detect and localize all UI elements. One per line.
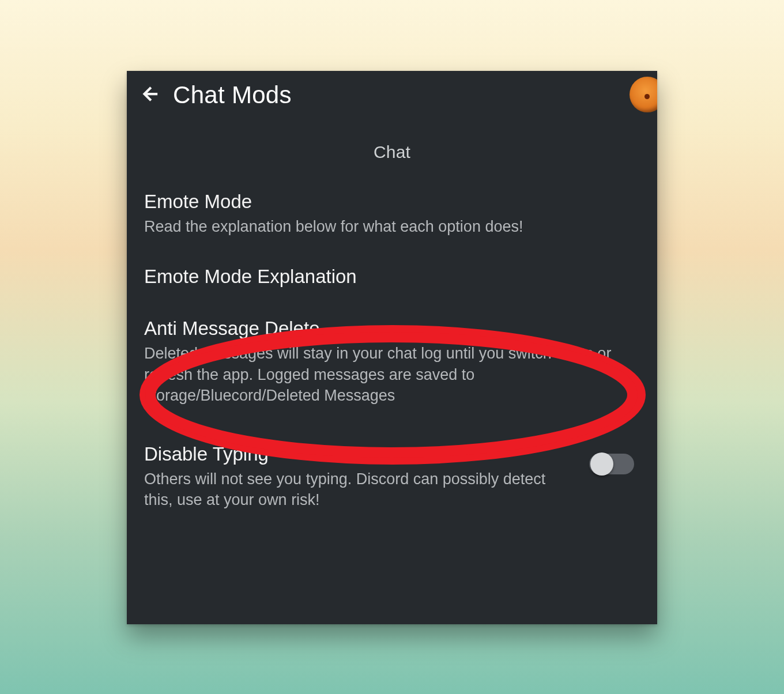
setting-row-anti-message-delete[interactable]: Anti Message Delete Deleted messages wil… (127, 295, 657, 417)
setting-description: Others will not see you typing. Discord … (144, 469, 559, 511)
page-title: Chat Mods (173, 81, 292, 109)
setting-description: Deleted messages will stay in your chat … (144, 343, 640, 406)
setting-title: Anti Message Delete (144, 318, 640, 340)
setting-row-emote-mode[interactable]: Emote Mode Read the explanation below fo… (127, 182, 657, 248)
toggle-knob-icon (590, 452, 613, 476)
setting-description: Read the explanation below for what each… (144, 216, 640, 237)
disable-typing-toggle[interactable] (589, 454, 634, 474)
setting-row-disable-typing[interactable]: Disable Typing Others will not see you t… (127, 418, 657, 522)
setting-title: Emote Mode Explanation (144, 266, 640, 288)
section-heading-chat: Chat (127, 142, 657, 162)
setting-title: Emote Mode (144, 191, 640, 213)
avatar[interactable] (630, 77, 657, 112)
page-background: Chat Mods Chat Emote Mode Read the expla… (0, 0, 784, 694)
setting-row-emote-mode-explanation[interactable]: Emote Mode Explanation (127, 248, 657, 295)
settings-screen: Chat Mods Chat Emote Mode Read the expla… (127, 71, 657, 624)
titlebar: Chat Mods (127, 71, 657, 116)
setting-title: Disable Typing (144, 443, 559, 465)
back-arrow-icon[interactable] (140, 84, 159, 106)
